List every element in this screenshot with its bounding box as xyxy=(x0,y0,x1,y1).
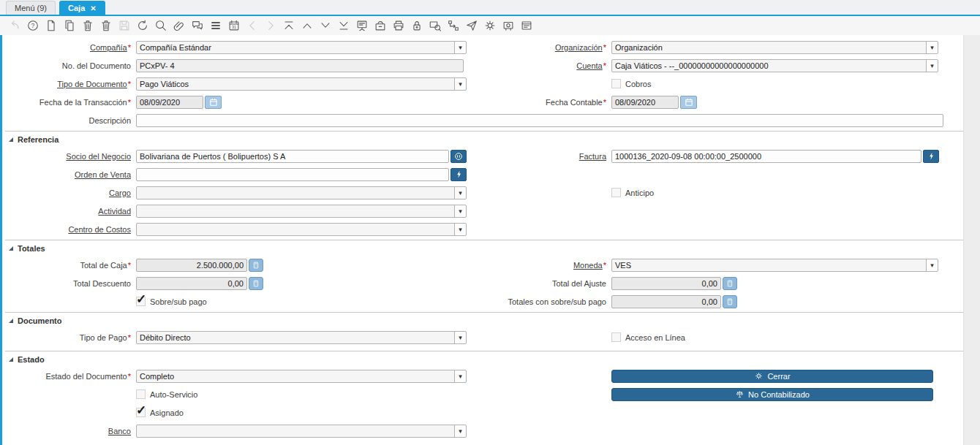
acceso-linea-checkbox[interactable] xyxy=(611,332,621,342)
fecha-contable-input[interactable]: 08/09/2020 xyxy=(611,96,679,109)
no-documento-input[interactable]: PCxPV- 4 xyxy=(136,59,464,72)
copy-record-button[interactable] xyxy=(60,17,78,34)
calendar-picker-button[interactable] xyxy=(680,96,697,109)
section-referencia[interactable]: Referencia xyxy=(5,131,977,147)
descripcion-label: Descripción xyxy=(2,116,136,125)
section-estado[interactable]: Estado xyxy=(5,351,977,367)
collapse-triangle-icon[interactable] xyxy=(9,319,13,323)
cobros-checkbox[interactable] xyxy=(611,79,621,88)
cargo-select[interactable] xyxy=(136,186,467,199)
archive-button[interactable] xyxy=(371,17,389,34)
lock-button[interactable] xyxy=(407,17,426,34)
next-record-button[interactable] xyxy=(316,17,334,34)
tipo-pago-select[interactable]: Débito Directo xyxy=(136,331,467,344)
actividad-select[interactable] xyxy=(136,205,467,218)
close-icon[interactable] xyxy=(90,4,96,12)
tipo-documento-select[interactable]: Pago Viáticos xyxy=(136,77,467,91)
calculator-button[interactable] xyxy=(249,259,263,272)
section-totales[interactable]: Totales xyxy=(5,240,977,256)
quick-form-button[interactable] xyxy=(517,17,535,34)
section-totales-title: Totales xyxy=(18,244,45,253)
last-record-button[interactable] xyxy=(334,17,353,34)
report-button[interactable] xyxy=(353,17,371,34)
auto-servicio-checkbox[interactable] xyxy=(136,389,146,399)
record-search-button[interactable] xyxy=(923,150,939,163)
calendar-picker-button[interactable] xyxy=(205,96,222,109)
help-button[interactable]: ? xyxy=(23,17,42,34)
workflow-button[interactable] xyxy=(444,17,462,34)
previous-record-button[interactable] xyxy=(298,17,316,34)
first-record-button[interactable] xyxy=(279,17,298,34)
grid-toggle-button[interactable] xyxy=(206,17,225,34)
chevron-down-icon[interactable] xyxy=(454,425,466,437)
refresh-button[interactable] xyxy=(133,17,151,34)
tab-caja[interactable]: Caja xyxy=(59,1,105,15)
tab-menu[interactable]: Menú (9) xyxy=(6,1,56,15)
find-button[interactable] xyxy=(151,17,170,34)
totales-sobre-sub-input[interactable]: 0,00 xyxy=(611,295,721,308)
bpartner-info-button[interactable] xyxy=(451,150,467,163)
collapse-triangle-icon[interactable] xyxy=(9,137,13,142)
calendar-icon: 31 xyxy=(227,19,241,32)
collapse-triangle-icon[interactable] xyxy=(9,246,13,251)
calculator-icon xyxy=(252,261,260,270)
descripcion-input[interactable] xyxy=(136,114,943,127)
refresh-icon xyxy=(136,19,149,32)
chevron-down-icon[interactable] xyxy=(454,187,466,199)
delete-selection-button[interactable] xyxy=(97,17,115,34)
attachment-button[interactable] xyxy=(170,17,188,34)
total-ajuste-input[interactable]: 0,00 xyxy=(611,277,721,290)
new-record-button[interactable] xyxy=(42,17,60,34)
factura-input[interactable]: 1000136_2020-09-08 00:00:00_2500000 xyxy=(611,150,921,163)
estado-documento-select[interactable]: Completo xyxy=(136,370,467,383)
calculator-button[interactable] xyxy=(249,277,263,290)
scrollbar-track[interactable] xyxy=(963,35,980,445)
sobre-sub-pago-checkbox[interactable] xyxy=(136,297,146,306)
chevron-down-icon[interactable] xyxy=(454,224,466,235)
socio-negocio-input[interactable]: Bolivariana de Puertos ( Bolipuertos) S … xyxy=(136,150,449,163)
chevron-down-icon[interactable] xyxy=(454,332,466,343)
cargo-value xyxy=(137,187,454,199)
calendar-button[interactable]: 31 xyxy=(225,17,243,34)
calculator-button[interactable] xyxy=(723,295,737,308)
chevron-down-icon[interactable] xyxy=(926,259,938,271)
asignado-checkbox[interactable] xyxy=(136,408,146,417)
acceso-linea-checkbox-wrap: Acceso en Línea xyxy=(611,332,685,342)
zoom-across-icon xyxy=(429,19,442,32)
zoom-across-button[interactable] xyxy=(426,17,444,34)
send-mail-button[interactable] xyxy=(462,17,480,34)
chevron-down-icon[interactable] xyxy=(454,42,466,53)
total-descuento-input[interactable]: 0,00 xyxy=(136,277,247,290)
print-button[interactable] xyxy=(389,17,407,34)
cerrar-button[interactable]: Cerrar xyxy=(611,370,933,383)
section-documento[interactable]: Documento xyxy=(5,312,977,328)
moneda-select[interactable]: VES xyxy=(611,259,938,272)
compania-select[interactable]: Compañía Estándar xyxy=(136,41,467,54)
total-caja-input[interactable]: 2.500.000,00 xyxy=(136,259,247,272)
chat-button[interactable] xyxy=(188,17,206,34)
banco-select[interactable] xyxy=(136,425,467,438)
delete-record-icon xyxy=(81,19,94,32)
collapse-triangle-icon[interactable] xyxy=(9,357,13,362)
chevron-down-icon[interactable] xyxy=(926,42,938,53)
organizacion-select[interactable]: Organización xyxy=(611,41,938,54)
cuenta-select[interactable]: Caja Viáticos - --_00000000000000000000 xyxy=(611,59,938,72)
centro-costos-select[interactable] xyxy=(136,223,467,236)
calendar-icon xyxy=(684,97,694,107)
socio-negocio-label: Socio del Negocio xyxy=(2,152,136,161)
preferences-button[interactable] xyxy=(480,17,499,34)
record-search-button[interactable] xyxy=(451,168,467,181)
orden-venta-input[interactable] xyxy=(136,168,449,181)
chevron-down-icon[interactable] xyxy=(454,370,466,382)
delete-record-button[interactable] xyxy=(78,17,97,34)
fecha-transaccion-input[interactable]: 08/09/2020 xyxy=(136,96,203,109)
chevron-down-icon[interactable] xyxy=(454,78,466,90)
cargo-label: Cargo xyxy=(2,189,136,197)
calculator-button[interactable] xyxy=(723,277,737,290)
no-contabilizado-button[interactable]: No Contabilizado xyxy=(611,388,933,401)
next-record-icon xyxy=(319,19,332,32)
chevron-down-icon[interactable] xyxy=(926,60,938,72)
export-button[interactable] xyxy=(499,17,517,34)
anticipo-checkbox[interactable] xyxy=(611,188,621,197)
chevron-down-icon[interactable] xyxy=(454,205,466,217)
